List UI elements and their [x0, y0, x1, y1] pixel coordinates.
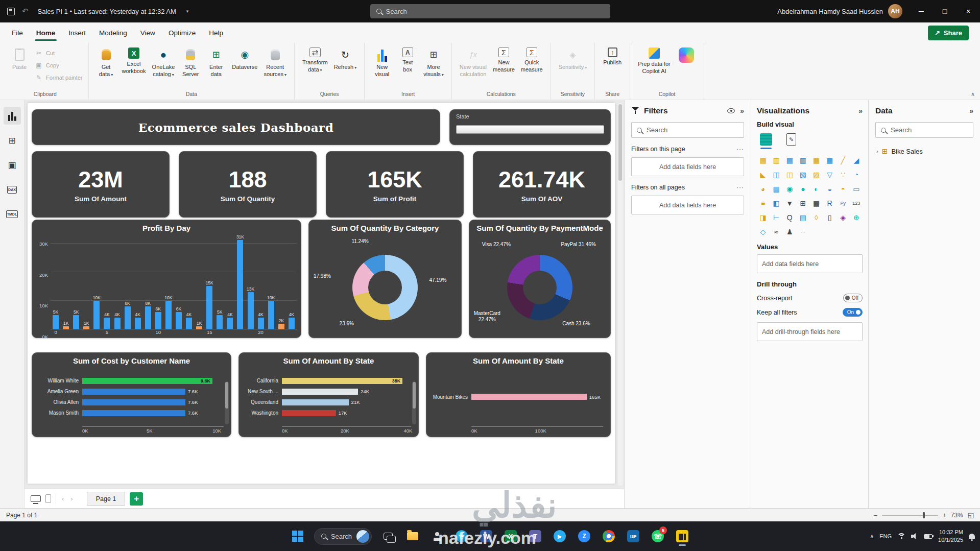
bar-4[interactable]: [93, 301, 100, 329]
menu-item-optimize[interactable]: Optimize: [162, 22, 202, 43]
donut-chart-icon[interactable]: ◕: [757, 183, 769, 195]
build-visual-tab[interactable]: [760, 133, 772, 149]
bar-washington[interactable]: [282, 410, 336, 416]
drill-through-drop-zone[interactable]: Add drill-through fields here: [757, 322, 863, 341]
state-slicer-input[interactable]: [456, 125, 604, 134]
multi-row-card-icon[interactable]: ≡: [757, 197, 769, 209]
bar-olivia-allen[interactable]: [82, 399, 185, 405]
wifi-icon[interactable]: [897, 533, 905, 540]
notification-bell-icon[interactable]: [969, 534, 975, 539]
bar-15[interactable]: [206, 286, 212, 329]
funnel-chart-icon[interactable]: ▽: [824, 169, 836, 181]
bar-mason-smith[interactable]: [82, 410, 185, 416]
report-view-button[interactable]: [4, 107, 21, 125]
text-box-button[interactable]: ATextbox: [395, 44, 420, 75]
excel-workbook-button[interactable]: XExcelworkbook: [119, 44, 149, 76]
telegram-icon[interactable]: ▶: [549, 525, 570, 547]
treemap-icon[interactable]: ▦: [770, 183, 782, 195]
quick-measure-button[interactable]: ΣQuickmeasure: [518, 44, 546, 75]
menu-item-home[interactable]: Home: [30, 22, 62, 43]
paginated-report-icon[interactable]: ▯: [824, 211, 836, 224]
tmdl-view-button[interactable]: TMDL: [4, 205, 21, 223]
gauge-icon[interactable]: ◓: [837, 183, 849, 195]
refresh-button[interactable]: ↻Refresh▾: [331, 44, 360, 72]
data-table-bike-sales[interactable]: › ⊞ Bike Sales: [875, 142, 973, 160]
battery-icon[interactable]: [924, 534, 933, 539]
smart-narrative-icon[interactable]: ▤: [797, 211, 809, 224]
cut-button[interactable]: ✂Cut: [34, 49, 83, 57]
mobile-layout-icon[interactable]: [45, 494, 51, 503]
collapse-pane-icon[interactable]: »: [969, 107, 973, 115]
bar-19[interactable]: [248, 292, 254, 329]
close-button[interactable]: ×: [957, 0, 980, 22]
next-page-icon[interactable]: ›: [69, 495, 74, 502]
bar-amelia-green[interactable]: [82, 389, 185, 395]
sql-server-button[interactable]: SQLServer: [178, 44, 203, 79]
copilot-logo-button[interactable]: [674, 44, 699, 66]
scatter-chart-icon[interactable]: ∵: [837, 169, 849, 181]
volume-icon[interactable]: [911, 533, 918, 539]
eye-icon[interactable]: [727, 108, 735, 113]
bar-mountain-bikes[interactable]: [471, 394, 587, 400]
filled-map-icon[interactable]: ●: [797, 183, 809, 195]
state-slicer[interactable]: State: [449, 109, 611, 145]
filters-search-input[interactable]: Search: [631, 122, 744, 138]
chrome-icon[interactable]: [598, 525, 619, 547]
bar-5[interactable]: [104, 318, 110, 329]
scrollbar[interactable]: [412, 381, 416, 424]
keep-all-filters-toggle[interactable]: On: [843, 308, 863, 317]
r-script-visual-icon[interactable]: R: [824, 197, 836, 209]
previous-page-icon[interactable]: ‹: [61, 495, 65, 502]
file-explorer-icon[interactable]: [402, 525, 423, 547]
bar-16[interactable]: [217, 315, 223, 329]
bar-13[interactable]: [186, 318, 192, 329]
donut-chart[interactable]: [507, 255, 572, 320]
hidden-icons-chevron[interactable]: ∧: [870, 533, 874, 540]
bar-6[interactable]: [114, 318, 121, 329]
collapse-pane-icon[interactable]: »: [858, 107, 863, 115]
azure-map-icon[interactable]: ◒: [824, 183, 836, 195]
arcgis-map-icon[interactable]: ⊕: [850, 211, 863, 224]
zoom-in-button[interactable]: +: [943, 512, 946, 519]
clustered-bar-chart-icon[interactable]: ▤: [783, 154, 796, 166]
waterfall-chart-icon[interactable]: ▨: [810, 169, 823, 181]
undo-icon[interactable]: ↶: [22, 7, 29, 16]
onelake-catalog-button[interactable]: ●OneLakecatalog▾: [149, 44, 178, 79]
copy-button[interactable]: ▣Copy: [34, 61, 83, 69]
clustered-column-chart-icon[interactable]: ▥: [797, 154, 809, 166]
zoom-out-button[interactable]: –: [874, 512, 877, 519]
table-icon[interactable]: ⊞: [797, 197, 809, 209]
bar-8[interactable]: [135, 318, 141, 329]
bar-new-south[interactable]: [282, 389, 358, 395]
area-chart-icon[interactable]: ◢: [850, 154, 863, 166]
calculation-group-icon[interactable]: 123: [850, 197, 863, 209]
recent-sources-button[interactable]: Recentsources▾: [260, 44, 290, 79]
edge-icon[interactable]: e: [451, 525, 472, 547]
filter-drop-zone[interactable]: Add data fields here: [631, 157, 744, 176]
line-clustered-column-chart-icon[interactable]: ◫: [783, 169, 796, 181]
menu-item-view[interactable]: View: [134, 22, 162, 43]
sensitivity-button[interactable]: ◈Sensitivity▾: [556, 44, 590, 72]
menu-item-insert[interactable]: Insert: [62, 22, 92, 43]
teams-icon[interactable]: T: [524, 525, 546, 547]
line-chart-icon[interactable]: ╱: [837, 154, 849, 166]
save-icon[interactable]: [7, 8, 15, 15]
minimize-button[interactable]: ─: [910, 0, 933, 22]
format-painter-button[interactable]: ✎Format painter: [34, 74, 83, 82]
slicer-icon[interactable]: ▼: [783, 197, 796, 209]
zoom-slider-thumb[interactable]: [923, 512, 925, 518]
task-view-icon[interactable]: [377, 525, 399, 547]
maximize-button[interactable]: □: [933, 0, 957, 22]
title-caret-icon[interactable]: ▾: [186, 9, 189, 14]
map-icon[interactable]: ◉: [783, 183, 796, 195]
transform-data-button[interactable]: ⇄Transformdata▾: [299, 44, 331, 75]
menu-item-file[interactable]: File: [5, 22, 30, 43]
share-button[interactable]: ↗ Share: [928, 26, 969, 40]
zoom-icon[interactable]: Z: [573, 525, 595, 547]
format-visual-tab[interactable]: ✎: [786, 133, 796, 149]
bar-21[interactable]: [268, 301, 274, 329]
donut-chart[interactable]: [352, 255, 418, 320]
model-view-button[interactable]: ▣: [4, 156, 21, 174]
widgets-thumbnail-icon[interactable]: [356, 530, 369, 543]
bar-california[interactable]: 38K: [282, 378, 402, 384]
